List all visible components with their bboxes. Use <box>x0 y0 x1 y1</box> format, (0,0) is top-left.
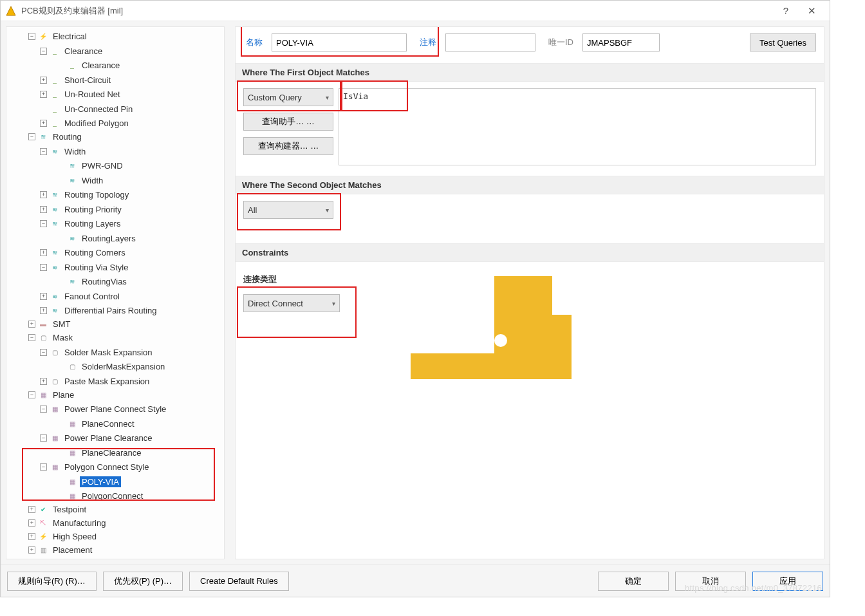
tree-node-routing-topology[interactable]: +≋Routing Topology <box>6 188 224 201</box>
electrical-icon: ⚡ <box>38 32 48 41</box>
tree-node-mask[interactable]: −▢Mask <box>6 331 224 344</box>
help-button[interactable]: ? <box>773 1 799 21</box>
query-builder-button[interactable]: 查询构建器… … <box>243 137 333 155</box>
connection-preview <box>398 276 578 379</box>
rule-icon: ≋ <box>50 147 60 156</box>
header-row: 名称 注释 唯一ID Test Queries <box>243 33 816 51</box>
rule-icon: ⎯ <box>67 61 77 70</box>
tree-node-polygonconnect[interactable]: ▦PolygonConnect <box>6 489 224 503</box>
si-icon: ∿ <box>38 559 48 560</box>
svg-marker-0 <box>6 6 15 15</box>
section-first-header: Where The First Object Matches <box>236 63 824 82</box>
connect-type-combo[interactable]: Direct Connect▾ <box>243 294 340 312</box>
tree-node-width[interactable]: ≋Width <box>6 174 224 187</box>
priority-button[interactable]: 优先权(P) (P)… <box>103 572 183 591</box>
body-area: −⚡Electrical −⎯Clearance ⎯Clearance +⎯Sh… <box>1 21 830 565</box>
tree-node-modified-polygon[interactable]: +⎯Modified Polygon <box>6 117 224 130</box>
tree-node-unconnected-pin[interactable]: ⎯Un-Connected Pin <box>6 102 224 116</box>
tree-node-diff-pairs[interactable]: +≋Differential Pairs Routing <box>6 304 224 317</box>
rules-tree[interactable]: −⚡Electrical −⎯Clearance ⎯Clearance +⎯Sh… <box>6 26 225 559</box>
tree-node-clearance-group[interactable]: −⎯Clearance <box>6 44 224 58</box>
query-helper-button[interactable]: 查询助手… … <box>243 113 333 131</box>
tree-node-routing[interactable]: −≋Routing <box>6 130 224 144</box>
rule-icon: ▦ <box>67 448 77 457</box>
tree-node-poly-via[interactable]: ▦POLY-VIA <box>6 475 224 489</box>
manufacturing-icon: ⛏ <box>38 519 48 528</box>
tree-node-short-circuit[interactable]: +⎯Short-Circuit <box>6 73 224 87</box>
chevron-down-icon: ▾ <box>326 94 329 101</box>
dialog-button-bar: 规则向导(R) (R)… 优先权(P) (P)… Create Default … <box>1 565 830 597</box>
rule-icon: ≋ <box>67 234 77 243</box>
name-input[interactable] <box>272 33 407 51</box>
rule-icon: ▦ <box>50 434 60 443</box>
rule-icon: ▢ <box>67 362 77 371</box>
uid-label: 唯一ID <box>548 37 573 48</box>
window-title: PCB规则及约束编辑器 [mil] <box>21 5 773 17</box>
apply-button[interactable]: 应用 <box>752 572 823 591</box>
tree-node-unrouted-net[interactable]: +⎯Un-Routed Net <box>6 88 224 101</box>
rule-icon: ≋ <box>50 191 60 200</box>
rule-wizard-button[interactable]: 规则向导(R) (R)… <box>7 572 97 591</box>
test-queries-button[interactable]: Test Queries <box>750 33 816 51</box>
rule-icon: ▦ <box>50 463 60 472</box>
ok-button[interactable]: 确定 <box>598 572 669 591</box>
mask-icon: ▢ <box>38 333 48 342</box>
tree-node-routing-corners[interactable]: +≋Routing Corners <box>6 246 224 259</box>
tree-node-width-group[interactable]: −≋Width <box>6 145 224 158</box>
testpoint-icon: ✔ <box>38 505 48 514</box>
rule-icon: ▦ <box>67 419 77 428</box>
tree-node-solder-mask-group[interactable]: −▢Solder Mask Expansion <box>6 346 224 359</box>
cancel-button[interactable]: 取消 <box>675 572 746 591</box>
first-query-textarea[interactable]: IsVia <box>339 88 816 165</box>
rule-icon: ▦ <box>50 405 60 414</box>
placement-icon: ▥ <box>38 546 48 555</box>
tree-node-paste-mask[interactable]: +▢Paste Mask Expansion <box>6 375 224 388</box>
highspeed-icon: ⚡ <box>38 532 48 541</box>
tree-node-clearance[interactable]: ⎯Clearance <box>6 59 224 72</box>
rule-icon: ≋ <box>50 205 60 214</box>
smt-icon: ▬ <box>38 320 48 329</box>
tree-node-routing-via-style-group[interactable]: −≋Routing Via Style <box>6 261 224 274</box>
tree-node-manufacturing[interactable]: +⛏Manufacturing <box>6 516 224 530</box>
rule-editor: 名称 注释 唯一ID Test Queries Where The First … <box>235 26 824 559</box>
plane-icon: ▦ <box>38 390 48 399</box>
tree-node-solder-mask[interactable]: ▢SolderMaskExpansion <box>6 360 224 373</box>
tree-node-ppcs-group[interactable]: −▦Power Plane Connect Style <box>6 402 224 416</box>
tree-node-planeclearance[interactable]: ▦PlaneClearance <box>6 446 224 460</box>
rule-icon: ≋ <box>50 219 60 229</box>
section-constraints-header: Constraints <box>236 243 824 262</box>
first-match-area: Custom Query▾ 查询助手… … 查询构建器… … IsVia <box>243 88 816 165</box>
first-scope-combo[interactable]: Custom Query▾ <box>243 88 333 106</box>
rule-icon: ⎯ <box>50 90 60 99</box>
tree-node-planeconnect[interactable]: ▦PlaneConnect <box>6 417 224 431</box>
rule-icon: ⎯ <box>50 104 60 113</box>
tree-node-testpoint[interactable]: +✔Testpoint <box>6 503 224 516</box>
tree-node-polygon-connect-group[interactable]: −▦Polygon Connect Style <box>6 460 224 474</box>
tree-node-placement[interactable]: +▥Placement <box>6 543 224 557</box>
rule-icon: ≋ <box>67 277 77 286</box>
titlebar: PCB规则及约束编辑器 [mil] ? ✕ <box>1 1 830 21</box>
tree-node-plane[interactable]: −▦Plane <box>6 388 224 402</box>
rule-icon: ≋ <box>50 292 60 301</box>
tree-node-fanout[interactable]: +≋Fanout Control <box>6 290 224 303</box>
create-default-rules-button[interactable]: Create Default Rules <box>189 572 289 591</box>
uid-input[interactable] <box>582 33 660 51</box>
tree-node-routing-layers-group[interactable]: −≋Routing Layers <box>6 217 224 230</box>
tree-node-pwr-gnd[interactable]: ≋PWR-GND <box>6 159 224 173</box>
constraints-area: 连接类型 Direct Connect▾ <box>243 268 816 379</box>
tree-node-routing-priority[interactable]: +≋Routing Priority <box>6 203 224 216</box>
tree-node-routing-vias[interactable]: ≋RoutingVias <box>6 275 224 288</box>
name-label: 名称 <box>246 37 263 48</box>
tree-node-ppc-group[interactable]: −▦Power Plane Clearance <box>6 431 224 445</box>
tree-node-routing-layers[interactable]: ≋RoutingLayers <box>6 232 224 245</box>
app-icon <box>6 6 16 16</box>
tree-node-electrical[interactable]: −⚡Electrical <box>6 30 224 43</box>
rule-icon: ≋ <box>50 263 60 272</box>
second-scope-combo[interactable]: All▾ <box>243 201 333 219</box>
rule-icon: ▢ <box>50 348 60 357</box>
tree-node-high-speed[interactable]: +⚡High Speed <box>6 530 224 543</box>
tree-node-signal-integrity[interactable]: +∿Signal Integrity <box>6 557 224 559</box>
comment-input[interactable] <box>445 33 535 51</box>
tree-node-smt[interactable]: +▬SMT <box>6 317 224 331</box>
close-button[interactable]: ✕ <box>799 1 824 21</box>
